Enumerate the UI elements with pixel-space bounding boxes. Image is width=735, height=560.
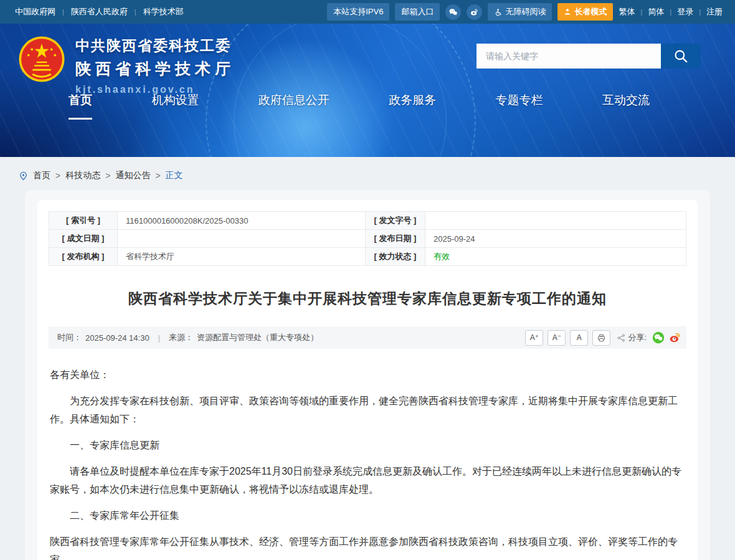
- content-card-outer: [ 索引号 ] 1161000016000208K/2025-00330 [ 发…: [25, 190, 710, 560]
- search-icon: [673, 48, 689, 64]
- breadcrumb-current: 正文: [166, 170, 183, 181]
- breadcrumb-notices[interactable]: 通知公告: [115, 170, 150, 181]
- table-row: [ 发布机构 ] 省科学技术厅 [ 效力状态 ] 有效: [49, 248, 686, 266]
- lang-traditional[interactable]: 繁体: [619, 6, 635, 17]
- top-utility-bar: 中国政府网 | 陕西省人民政府 | 科学技术部 本站支持IPV6 邮箱入口 无障…: [0, 0, 735, 24]
- accessibility-button[interactable]: 无障碍阅读: [488, 3, 552, 21]
- doc-field-value-written-date: [118, 230, 366, 248]
- wechat-icon[interactable]: [445, 4, 461, 20]
- page-title: 陕西省科学技术厅关于集中开展科技管理专家库信息更新专项工作的通知: [55, 289, 680, 308]
- doc-field-value-index-number: 1161000016000208K/2025-00330: [118, 212, 366, 230]
- topbar-tools: 本站支持IPV6 邮箱入口 无障碍阅读 长者模式 繁体 | 简体 | 登录 | …: [327, 3, 723, 21]
- breadcrumb-sci-tech-news[interactable]: 科技动态: [65, 170, 100, 181]
- doc-field-label: [ 发文字号 ]: [366, 212, 425, 230]
- mailbox-button[interactable]: 邮箱入口: [395, 3, 440, 21]
- link-most[interactable]: 科学技术部: [143, 6, 184, 17]
- doc-field-label: [ 发布机构 ]: [49, 248, 118, 266]
- wheelchair-icon: [494, 8, 502, 16]
- share-nodes-icon: [617, 333, 626, 343]
- paragraph: 各有关单位：: [50, 366, 685, 384]
- search-box: [477, 44, 701, 69]
- font-larger-button[interactable]: A⁺: [525, 330, 543, 346]
- time-value: 2025-09-24 14:30: [85, 333, 149, 343]
- table-row: [ 成文日期 ] [ 发布日期 ] 2025-09-24: [49, 230, 686, 248]
- source-label: 来源：: [169, 332, 193, 343]
- divider: |: [62, 8, 64, 16]
- printer-icon: [597, 333, 606, 343]
- share-weibo-icon[interactable]: [669, 331, 681, 344]
- doc-field-value-publish-date: 2025-09-24: [425, 230, 686, 248]
- doc-field-label: [ 发布日期 ]: [366, 230, 425, 248]
- register-link[interactable]: 注册: [706, 6, 723, 17]
- share-text: 分享:: [628, 332, 647, 343]
- accessibility-label: 无障碍阅读: [505, 6, 546, 17]
- share-wechat-icon[interactable]: [652, 331, 665, 344]
- print-button[interactable]: [592, 330, 610, 346]
- breadcrumb-home[interactable]: 首页: [33, 170, 50, 181]
- site-logo[interactable]: 中共陕西省委科技工委 陕西省科学技术厅 kjt.shaanxi.gov.cn: [19, 36, 235, 95]
- lang-simplified[interactable]: 简体: [648, 6, 664, 17]
- breadcrumb: 首页 > 科技动态 > 通知公告 > 正文: [0, 157, 735, 190]
- paragraph: 为充分发挥专家在科技创新、项目评审、政策咨询等领域的重要作用，健全完善陕西省科技…: [50, 392, 685, 428]
- time-label: 时间：: [57, 332, 82, 343]
- paragraph: 请各单位及时提醒本单位在库专家于2025年11月30日前登录系统完成信息更新及确…: [50, 462, 685, 498]
- doc-field-label: [ 成文日期 ]: [49, 230, 118, 248]
- doc-field-value-validity-status: 有效: [425, 248, 686, 266]
- article-meta-bar: 时间： 2025-09-24 14:30 | 来源： 资源配置与管理处（重大专项…: [49, 326, 686, 349]
- divider: |: [153, 333, 165, 343]
- login-link[interactable]: 登录: [677, 6, 693, 17]
- font-smaller-button[interactable]: A⁻: [548, 330, 566, 346]
- divider: |: [699, 8, 701, 16]
- article-body: 各有关单位： 为充分发挥专家在科技创新、项目评审、政策咨询等领域的重要作用，健全…: [49, 349, 686, 560]
- ipv6-badge[interactable]: 本站支持IPV6: [327, 3, 389, 21]
- org-line1: 中共陕西省委科技工委: [75, 36, 235, 55]
- nav-item-services[interactable]: 政务服务: [389, 92, 436, 120]
- nav-item-interaction[interactable]: 互动交流: [602, 92, 650, 120]
- link-china-gov[interactable]: 中国政府网: [15, 6, 55, 17]
- content-card-inner: [ 索引号 ] 1161000016000208K/2025-00330 [ 发…: [37, 200, 698, 560]
- gov-site-links: 中国政府网 | 陕西省人民政府 | 科学技术部: [15, 6, 184, 17]
- site-banner: 中共陕西省委科技工委 陕西省科学技术厅 kjt.shaanxi.gov.cn 首…: [0, 24, 735, 157]
- location-pin-icon: [19, 171, 28, 181]
- doc-field-label: [ 效力状态 ]: [366, 248, 425, 266]
- nav-item-home[interactable]: 首页: [69, 92, 92, 120]
- elder-mode-button[interactable]: 长者模式: [557, 3, 613, 21]
- link-shaanxi-gov[interactable]: 陕西省人民政府: [71, 6, 128, 17]
- breadcrumb-separator: >: [155, 171, 160, 181]
- share-label: 分享:: [617, 332, 647, 343]
- national-emblem-icon: [19, 36, 65, 82]
- org-title-block: 中共陕西省委科技工委 陕西省科学技术厅 kjt.shaanxi.gov.cn: [75, 36, 235, 95]
- font-reset-button[interactable]: A: [570, 330, 588, 346]
- table-row: [ 索引号 ] 1161000016000208K/2025-00330 [ 发…: [49, 212, 686, 230]
- doc-field-label: [ 索引号 ]: [49, 212, 118, 230]
- divider: |: [640, 8, 642, 16]
- nav-item-info-disclosure[interactable]: 政府信息公开: [258, 92, 330, 120]
- search-button[interactable]: [661, 44, 701, 69]
- article-tools: A⁺ A⁻ A 分享:: [525, 330, 681, 346]
- doc-info-table: [ 索引号 ] 1161000016000208K/2025-00330 [ 发…: [49, 211, 686, 266]
- section-heading: 二、专家库常年公开征集: [50, 506, 685, 524]
- source-value: 资源配置与管理处（重大专项处）: [197, 332, 318, 343]
- search-input[interactable]: [477, 44, 661, 69]
- doc-field-value-publisher: 省科学技术厅: [118, 248, 366, 266]
- main-nav: 首页 机构设置 政府信息公开 政务服务 专题专栏 互动交流: [0, 92, 735, 120]
- org-line2: 陕西省科学技术厅: [75, 59, 235, 79]
- nav-item-special-topics[interactable]: 专题专栏: [496, 92, 543, 120]
- section-heading: 一、专家库信息更新: [50, 436, 685, 454]
- breadcrumb-separator: >: [55, 171, 60, 181]
- nav-item-organization[interactable]: 机构设置: [151, 92, 199, 120]
- article-meta-info: 时间： 2025-09-24 14:30 | 来源： 资源配置与管理处（重大专项…: [57, 332, 318, 343]
- doc-field-value-doc-number: [425, 212, 686, 230]
- divider: |: [670, 8, 671, 16]
- weibo-icon[interactable]: [467, 4, 482, 20]
- paragraph: 陕西省科技管理专家库常年公开征集从事技术、经济、管理等方面工作并愿意参加陕西省科…: [50, 533, 685, 560]
- divider: |: [135, 8, 136, 16]
- breadcrumb-separator: >: [105, 171, 110, 181]
- person-icon: [564, 8, 571, 16]
- elder-mode-label: 长者模式: [574, 6, 607, 17]
